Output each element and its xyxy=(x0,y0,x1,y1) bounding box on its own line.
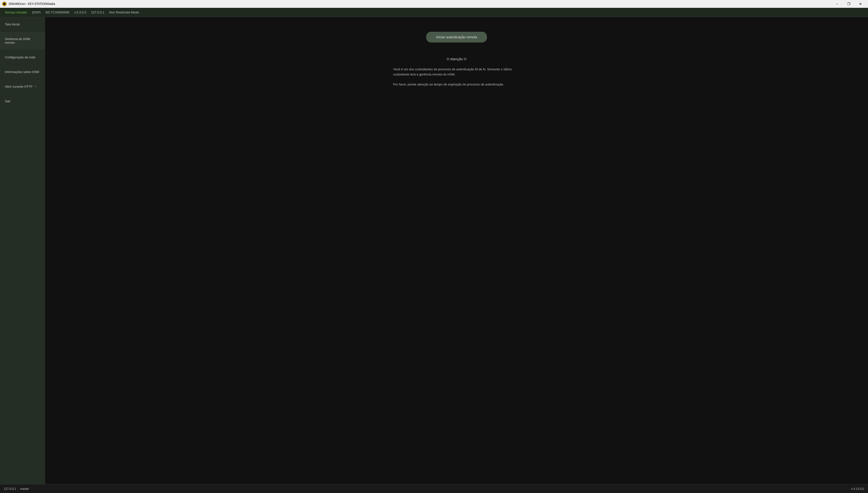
minimize-button[interactable]: − xyxy=(831,0,843,8)
sidebar-item-informacoes-hsm[interactable]: Informações sobre HSM xyxy=(0,65,45,79)
sidebar-item-configuracao-rede[interactable]: Configuração de rede xyxy=(0,50,45,65)
iniciar-autenticacao-button[interactable]: Iniciar autenticação remota xyxy=(426,32,487,42)
title-bar: DINAMOcon - KEY-STATION\Nadia − ❐ ✕ xyxy=(0,0,868,8)
title-bar-left: DINAMOcon - KEY-STATION\Nadia xyxy=(2,1,55,6)
status-ip: 127.0.0.1 xyxy=(91,10,104,14)
status-service-label: Serviço iniciado xyxy=(5,10,27,14)
status-ns: NS TCA0000000 xyxy=(45,10,69,14)
attention-paragraph-2: Por favor, preste atenção ao tempo de ex… xyxy=(393,82,520,87)
sidebar: Tela Inicial Gerência do HSM remoto Conf… xyxy=(0,17,45,484)
status-mode: Non Restricted Mode xyxy=(109,10,139,14)
sidebar-item-sair[interactable]: Sair xyxy=(0,94,45,109)
sidebar-label-abrir-console: Abrir console HTTP xyxy=(5,85,32,88)
sidebar-item-tela-inicial[interactable]: Tela Inicial xyxy=(0,17,45,32)
restore-button[interactable]: ❐ xyxy=(843,0,854,8)
content-area: Iniciar autenticação remota !!! Atenção … xyxy=(45,17,868,484)
attention-paragraph-1: Você é um dos custodiantes do processo d… xyxy=(393,67,520,77)
status-protocol: (DXP) xyxy=(32,10,41,14)
sidebar-label-informacoes-hsm: Informações sobre HSM xyxy=(5,70,39,74)
title-bar-controls: − ❐ ✕ xyxy=(831,0,866,8)
bottom-role: master xyxy=(20,487,29,491)
sidebar-label-sair: Sair xyxy=(5,100,10,103)
svg-point-1 xyxy=(3,3,6,5)
app-logo xyxy=(2,1,7,6)
status-version: v.5.3.0.0 xyxy=(74,10,86,14)
main-layout: Tela Inicial Gerência do HSM remoto Conf… xyxy=(0,17,868,484)
bottom-ip: 127.0.0.1 xyxy=(4,487,16,491)
bottom-left: 127.0.0.1 master xyxy=(4,487,29,491)
bottom-version: v 4.13.0.0 xyxy=(851,487,864,491)
external-link-icon: ↗ xyxy=(35,85,37,88)
status-bar: Serviço iniciado (DXP) NS TCA0000000 v.5… xyxy=(0,8,868,17)
sidebar-item-gerencia-hsm[interactable]: Gerência do HSM remoto xyxy=(0,32,45,50)
bottom-bar: 127.0.0.1 master v 4.13.0.0 xyxy=(0,484,868,493)
sidebar-item-abrir-console[interactable]: Abrir console HTTP ↗ xyxy=(0,79,45,94)
attention-title: !!! Atenção !!! xyxy=(393,57,520,61)
close-button[interactable]: ✕ xyxy=(855,0,866,8)
attention-section: !!! Atenção !!! Você é um dos custodiant… xyxy=(393,57,520,92)
sidebar-label-configuracao-rede: Configuração de rede xyxy=(5,56,36,59)
sidebar-label-gerencia-hsm: Gerência do HSM remoto xyxy=(5,37,30,44)
sidebar-label-tela-inicial: Tela Inicial xyxy=(5,22,20,26)
title-text: DINAMOcon - KEY-STATION\Nadia xyxy=(9,2,55,6)
